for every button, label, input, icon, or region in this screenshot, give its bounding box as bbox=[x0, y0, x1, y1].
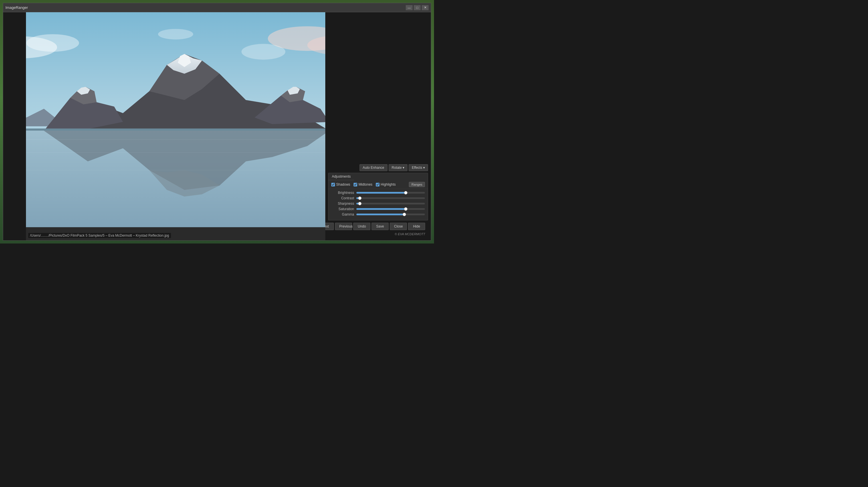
slider-label-gamma: Gamma bbox=[331, 213, 354, 217]
effects-button[interactable]: Effects ▾ bbox=[409, 164, 428, 171]
right-panel: Auto Enhance Rotate ▾ Effects ▾ Adjustme… bbox=[325, 12, 431, 240]
action-buttons: NextPreviousUndoSaveCloseHide bbox=[328, 220, 428, 232]
main-content: /Users/......../Pictures/DxO FilmPack 5 … bbox=[3, 12, 431, 240]
slider-thumb-gamma[interactable] bbox=[403, 213, 406, 216]
shadows-label: Shadows bbox=[336, 183, 350, 187]
slider-label-sharpness: Sharpness bbox=[331, 202, 354, 205]
slider-thumb-sharpness[interactable] bbox=[358, 202, 362, 205]
svg-point-2 bbox=[26, 34, 79, 52]
auto-enhance-button[interactable]: Auto Enhance bbox=[360, 164, 387, 171]
close-button[interactable]: Close bbox=[390, 223, 407, 230]
svg-point-5 bbox=[241, 44, 285, 60]
slider-track-sharpness[interactable] bbox=[356, 203, 425, 204]
app-title: ImageRanger bbox=[5, 5, 28, 10]
left-sidebar bbox=[3, 12, 26, 240]
checkboxes-row: Shadows Midtones Highlights Ranges bbox=[329, 180, 428, 189]
undo-button[interactable]: Undo bbox=[353, 223, 370, 230]
adjustments-panel: Adjustments Shadows Midtones bbox=[328, 173, 428, 220]
shadows-checkbox[interactable] bbox=[331, 183, 335, 187]
copyright-text: © EVA MCDERMOTT bbox=[328, 232, 428, 237]
midtones-label: Midtones bbox=[359, 183, 372, 187]
slider-thumb-brightness[interactable] bbox=[404, 191, 407, 194]
slider-row-sharpness: Sharpness bbox=[331, 202, 425, 205]
image-area: /Users/......../Pictures/DxO FilmPack 5 … bbox=[26, 12, 325, 240]
slider-row-brightness: Brightness bbox=[331, 191, 425, 195]
slider-thumb-contrast[interactable] bbox=[358, 196, 362, 200]
maximize-button[interactable]: □ bbox=[414, 5, 421, 10]
highlights-checkbox[interactable] bbox=[376, 183, 379, 187]
save-button[interactable]: Save bbox=[372, 223, 389, 230]
minimize-button[interactable]: — bbox=[406, 5, 412, 10]
right-spacer bbox=[325, 12, 431, 162]
slider-row-gamma: Gamma bbox=[331, 213, 425, 217]
landscape-image bbox=[26, 12, 325, 240]
adjustments-tab[interactable]: Adjustments bbox=[329, 173, 354, 180]
window-controls: — □ ✕ bbox=[406, 5, 429, 10]
hide-button[interactable]: Hide bbox=[408, 223, 425, 230]
slider-row-contrast: Contrast bbox=[331, 196, 425, 200]
title-bar: ImageRanger — □ ✕ bbox=[3, 3, 431, 12]
controls-area: Auto Enhance Rotate ▾ Effects ▾ Adjustme… bbox=[325, 162, 431, 240]
ranges-button[interactable]: Ranges bbox=[409, 182, 425, 187]
midtones-checkbox[interactable] bbox=[353, 183, 357, 187]
slider-track-contrast[interactable] bbox=[356, 197, 425, 199]
previous-button[interactable]: Previous bbox=[335, 223, 352, 230]
close-window-button[interactable]: ✕ bbox=[422, 5, 429, 10]
slider-thumb-saturation[interactable] bbox=[404, 207, 407, 211]
app-window: ImageRanger — □ ✕ bbox=[3, 3, 431, 241]
slider-label-saturation: Saturation bbox=[331, 207, 354, 211]
highlights-checkbox-item[interactable]: Highlights bbox=[376, 183, 396, 187]
slider-track-gamma[interactable] bbox=[356, 214, 425, 215]
midtones-checkbox-item[interactable]: Midtones bbox=[353, 183, 372, 187]
file-path: /Users/......../Pictures/DxO FilmPack 5 … bbox=[28, 233, 171, 238]
rotate-button[interactable]: Rotate ▾ bbox=[389, 164, 408, 171]
slider-label-brightness: Brightness bbox=[331, 191, 354, 195]
slider-label-contrast: Contrast bbox=[331, 196, 354, 200]
svg-point-6 bbox=[158, 29, 193, 39]
highlights-label: Highlights bbox=[381, 183, 396, 187]
slider-row-saturation: Saturation bbox=[331, 207, 425, 211]
svg-rect-22 bbox=[26, 129, 325, 131]
toolbar-row: Auto Enhance Rotate ▾ Effects ▾ bbox=[328, 164, 428, 171]
shadows-checkbox-item[interactable]: Shadows bbox=[331, 183, 350, 187]
sliders-area: BrightnessContrastSharpnessSaturationGam… bbox=[329, 189, 428, 220]
slider-track-brightness[interactable] bbox=[356, 192, 425, 194]
slider-track-saturation[interactable] bbox=[356, 208, 425, 210]
